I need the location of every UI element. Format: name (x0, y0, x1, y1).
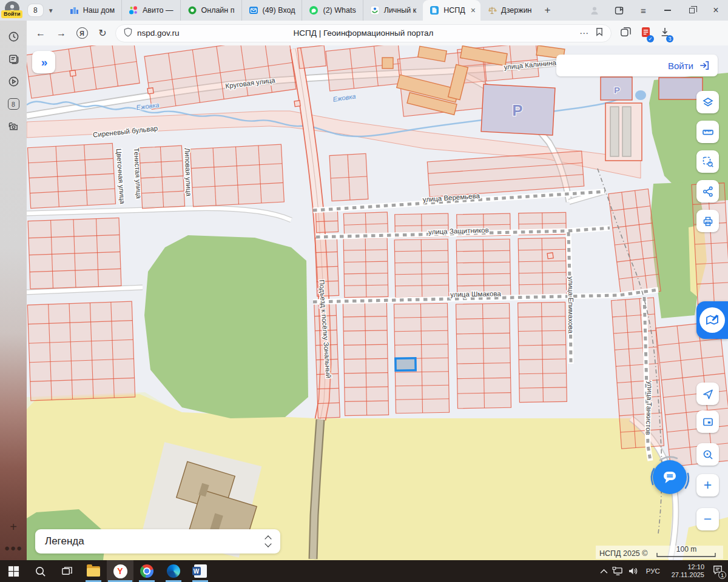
minimize-button[interactable] (655, 0, 679, 21)
avito-favicon (129, 5, 138, 15)
expand-panel-button[interactable]: » (32, 51, 55, 73)
taskbar-word-icon[interactable] (187, 560, 214, 582)
back-button[interactable]: ← (32, 24, 50, 42)
layers-button[interactable] (696, 91, 719, 113)
sidebar-more-icon[interactable]: ●●● (4, 543, 22, 553)
volume-icon[interactable] (628, 567, 638, 575)
bookmark-icon[interactable] (595, 27, 604, 39)
pond (635, 90, 646, 100)
tab-counter[interactable]: 8 ▼ (28, 4, 58, 16)
tab-label: Дзержин (501, 6, 532, 15)
feedback-side-tab[interactable] (696, 301, 728, 339)
legend-expand-icon[interactable] (266, 537, 271, 546)
ruler-button[interactable] (696, 121, 719, 143)
browser-tab-8[interactable]: Дзержин (480, 0, 539, 21)
print-button[interactable] (696, 210, 719, 232)
site-shield-icon[interactable] (124, 27, 132, 39)
parcel-grid (28, 218, 121, 289)
map-viewport[interactable]: Круговая улицаулица КалининаЕжовкаЕжовка… (27, 45, 728, 560)
reload-button[interactable]: ↻ (93, 24, 112, 42)
locate-button[interactable] (696, 383, 719, 405)
browser-tab-3[interactable]: Онлайн п (180, 0, 241, 21)
tab-groups-icon[interactable] (620, 27, 632, 39)
scale-bar: 100 m (656, 546, 716, 558)
map-login-button[interactable]: Войти (556, 55, 718, 76)
new-tab-button[interactable]: + (539, 0, 557, 21)
sidebar-add-icon[interactable]: + (10, 520, 17, 534)
loupe-button[interactable] (696, 443, 719, 466)
taskbar-edge-icon[interactable] (160, 560, 187, 582)
parcel-grid (343, 302, 388, 415)
tab-strip: Наш домАвито —Онлайн п(49) Вход(2) Whats… (62, 0, 539, 21)
toolbar-extensions: ✓ 3 (618, 27, 679, 40)
tray-expand-icon[interactable] (600, 569, 608, 574)
browser-tab-2[interactable]: Авито — (121, 0, 180, 21)
tab-close-icon[interactable]: × (471, 5, 476, 15)
map-sheet-icon (699, 307, 725, 333)
utility-parcel (70, 70, 76, 76)
map-login-label[interactable]: Войти (668, 61, 693, 71)
close-button[interactable]: × (704, 0, 728, 21)
utility-parcel (294, 101, 300, 107)
notification-count-badge: 1 (718, 571, 726, 579)
tab-counter-value[interactable]: 8 (28, 4, 43, 16)
browser-tab-1[interactable]: Наш дом (62, 0, 121, 21)
address-field[interactable]: nspd.gov.ru НСПД | Геоинформационный пор… (115, 24, 612, 42)
side-panel-icon[interactable] (607, 0, 631, 21)
forward-button[interactable]: → (52, 24, 70, 42)
url-text[interactable]: nspd.gov.ru (137, 28, 180, 38)
downloads-icon[interactable]: 3 (660, 27, 670, 40)
selected-parcel[interactable] (396, 358, 416, 371)
zoom-out-button[interactable]: − (696, 508, 719, 530)
clock-time: 12:10 (672, 563, 704, 571)
map-attribution: НСПД 2025 © 100 m (596, 546, 723, 559)
ghost-profile-icon[interactable] (582, 0, 607, 21)
profile-corner[interactable]: Войти (0, 0, 25, 21)
tab-count-icon[interactable]: 8 (0, 93, 27, 115)
address-bar-row: ← → Я ↻ nspd.gov.ru НСПД | Геоинформацио… (27, 21, 728, 45)
legend-panel[interactable]: Легенда (35, 529, 280, 554)
extension-pdf-icon[interactable]: ✓ (641, 27, 650, 40)
browser-tab-7[interactable]: НСПД× (423, 0, 480, 21)
taskbar-taskview-icon[interactable] (53, 560, 80, 582)
clock[interactable]: 12:10 27.11.2025 (668, 563, 708, 579)
area-search-button[interactable] (696, 150, 719, 173)
map-canvas[interactable]: Круговая улицаулица КалининаЕжовкаЕжовка… (27, 45, 728, 560)
profile-login-badge: Войти (1, 10, 22, 18)
feed-icon[interactable] (0, 48, 27, 70)
language-indicator[interactable]: РУС (642, 567, 664, 575)
parking-row (622, 107, 631, 156)
yandex-home-icon[interactable]: Я (73, 24, 91, 42)
browser-tab-6[interactable]: Личный к (363, 0, 423, 21)
tab-label: НСПД (443, 6, 465, 15)
zoom-in-button[interactable]: + (696, 474, 719, 497)
chat-bubble-icon[interactable] (653, 460, 687, 494)
share-button[interactable] (696, 180, 719, 202)
omnibox-more-icon[interactable]: ⋯ (579, 28, 589, 39)
minimap-button[interactable] (696, 410, 719, 433)
menu-icon[interactable]: ≡ (631, 0, 655, 21)
tab-bar: Войти 8 ▼ Наш домАвито —Онлайн п(49) Вхо… (0, 0, 728, 21)
network-icon[interactable] (612, 567, 624, 576)
taskbar-yandex-icon[interactable]: Y (107, 560, 133, 582)
play-icon[interactable] (0, 70, 27, 93)
taskbar-explorer-icon[interactable] (80, 560, 107, 582)
taskbar-search-icon[interactable] (27, 560, 53, 582)
page-title: НСПД | Геоинформационный портал (116, 28, 611, 38)
browser-tab-4[interactable]: (49) Вход (241, 0, 302, 21)
taskbar-chrome-icon[interactable] (133, 560, 160, 582)
browser-tab-5[interactable]: (2) Whats (302, 0, 362, 21)
notification-center-icon[interactable]: 1 (712, 565, 723, 577)
chat-widget[interactable] (645, 453, 694, 501)
clock-date: 27.11.2025 (672, 571, 704, 579)
scales-favicon (487, 5, 497, 15)
chevron-down-icon[interactable]: ▼ (44, 7, 58, 14)
browser-sidebar: 8 + ●●● (0, 21, 27, 560)
tab-label: (2) Whats (323, 6, 356, 15)
history-icon[interactable] (0, 25, 27, 48)
taskbar-start-icon[interactable] (0, 560, 27, 582)
screenshot-icon[interactable] (0, 115, 27, 138)
parking-label: P (614, 85, 620, 95)
mail-favicon (249, 5, 258, 15)
restore-button[interactable] (679, 0, 704, 21)
